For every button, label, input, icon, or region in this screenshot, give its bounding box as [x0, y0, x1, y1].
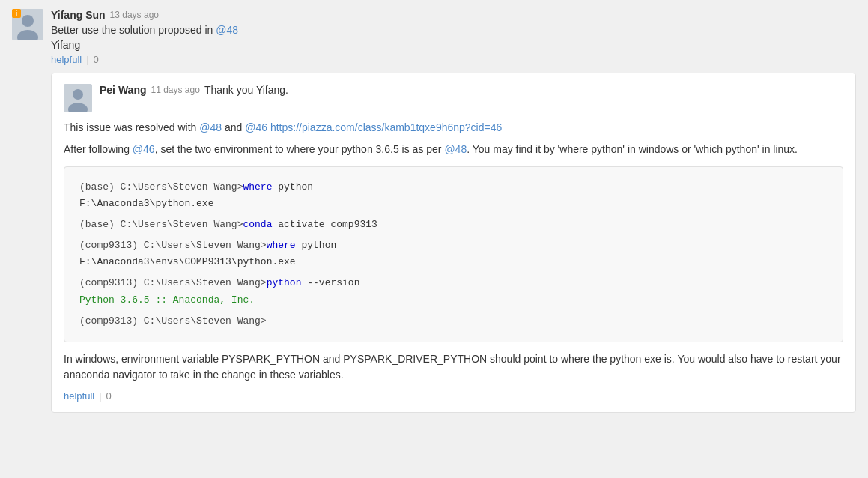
- comment-header: Yifang Sun 13 days ago: [51, 9, 856, 21]
- divider: |: [86, 54, 88, 65]
- thanks-text: Thank you Yifang.: [204, 84, 288, 96]
- link-46-para2[interactable]: @46: [133, 143, 155, 155]
- link-48[interactable]: @48: [216, 24, 238, 36]
- pei-person-icon: [64, 84, 92, 112]
- bottom-text: In windows, environment variable PYSPARK…: [64, 351, 843, 383]
- code-line-1: (base) C:\Users\Steven Wang>where python: [79, 179, 828, 196]
- helpful-link[interactable]: helpfull: [51, 54, 82, 65]
- yifang-comment-content: Yifang Sun 13 days ago Better use the so…: [51, 9, 856, 413]
- time-ago: 13 days ago: [110, 10, 159, 20]
- code-line-2: F:\Anaconda3\python.exe: [79, 196, 828, 212]
- top-comment: i Yifang Sun 13 days ago Better use the …: [12, 9, 856, 413]
- code-line-4: (comp9313) C:\Users\Steven Wang>where py…: [79, 238, 828, 254]
- reply-helpful-row: helpfull | 0: [64, 390, 843, 402]
- reply-divider: |: [99, 390, 101, 402]
- helpful-row: helpfull | 0: [51, 54, 856, 65]
- reply-helpful-link[interactable]: helpfull: [64, 390, 94, 402]
- reply-author: Pei Wang: [100, 84, 147, 96]
- link-46-para1[interactable]: @46: [245, 121, 267, 133]
- link-48-para1[interactable]: @48: [199, 121, 222, 133]
- svg-point-1: [22, 15, 34, 27]
- avatar-pei: [64, 84, 92, 112]
- reply-body: This issue was resolved with @48 and @46…: [64, 120, 843, 383]
- author-name: Yifang Sun: [51, 9, 106, 21]
- author-signature: Yifang: [51, 39, 856, 51]
- code-line-7: Python 3.6.5 :: Anaconda, Inc.: [79, 292, 828, 309]
- reply-box: Pei Wang 11 days ago Thank you Yifang. T…: [51, 73, 856, 413]
- reply-header: Pei Wang 11 days ago Thank you Yifang.: [64, 84, 843, 112]
- reply-time: 11 days ago: [151, 85, 200, 95]
- link-48-para2[interactable]: @48: [444, 143, 467, 155]
- reply-para2: After following @46, set the two environ…: [64, 142, 843, 157]
- reply-para1: This issue was resolved with @48 and @46…: [64, 120, 843, 136]
- code-line-6: (comp9313) C:\Users\Steven Wang>python -…: [79, 275, 828, 291]
- helpful-count: 0: [94, 54, 99, 65]
- instructor-badge: i: [12, 9, 21, 18]
- code-block: (base) C:\Users\Steven Wang>where python…: [64, 166, 843, 342]
- code-line-5: F:\Anaconda3\envs\COMP9313\python.exe: [79, 254, 828, 270]
- code-line-8: (comp9313) C:\Users\Steven Wang>: [79, 313, 828, 330]
- avatar-yifang: i: [12, 9, 43, 40]
- code-line-3: (base) C:\Users\Steven Wang>conda activa…: [79, 217, 828, 233]
- reply-helpful-count: 0: [106, 390, 112, 402]
- comment-text: Better use the solution proposed in @48: [51, 24, 856, 36]
- svg-point-4: [73, 89, 83, 100]
- link-piazza-para1[interactable]: https://piazza.com/class/kamb1tqxe9h6np?…: [270, 121, 502, 133]
- reply-header-text: Pei Wang 11 days ago Thank you Yifang.: [100, 84, 288, 96]
